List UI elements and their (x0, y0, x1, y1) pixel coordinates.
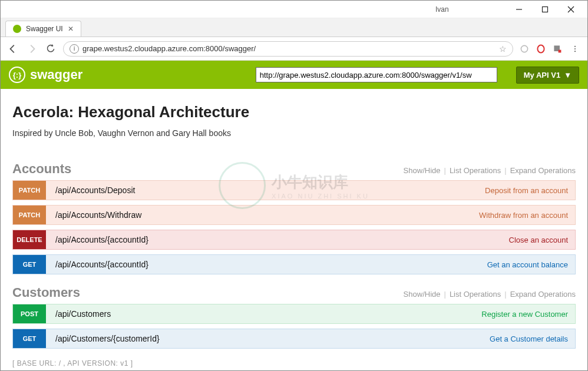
operation-row[interactable]: POST/api/CustomersRegister a new Custome… (12, 304, 576, 324)
operation-summary: Register a new Customer (481, 310, 568, 319)
swagger-logo[interactable]: {:} swagger (9, 67, 82, 83)
show-hide-link[interactable]: Show/Hide (404, 290, 441, 299)
section-actions: Show/Hide|List Operations|Expand Operati… (404, 166, 576, 175)
operation-row[interactable]: GET/api/Accounts/{accountId}Get an accou… (12, 254, 576, 274)
svg-rect-1 (543, 6, 548, 12)
bookmark-star-icon[interactable]: ☆ (499, 44, 507, 54)
extension-puzzle-icon[interactable] (552, 44, 563, 54)
nav-reload-button[interactable] (44, 42, 57, 55)
window-user-label: Ivan (435, 5, 449, 14)
svg-point-10 (574, 51, 576, 52)
api-selector-dropdown[interactable]: My API V1 ▼ (516, 67, 579, 84)
http-method-badge: PATCH (13, 206, 46, 224)
nav-forward-button[interactable] (25, 42, 38, 55)
svg-rect-7 (559, 49, 561, 52)
extension-opera-icon[interactable] (536, 44, 546, 54)
page-title: Acerola: Hexagonal Architecture (12, 103, 576, 121)
operation-summary: Get a Customer details (490, 334, 568, 343)
window-minimize-button[interactable] (506, 1, 532, 18)
operation-row[interactable]: PATCH/api/Accounts/DepositDeposit from a… (12, 180, 576, 200)
operation-row[interactable]: DELETE/api/Accounts/{accountId}Close an … (12, 230, 576, 250)
swagger-spec-url-container (256, 67, 497, 82)
site-info-icon[interactable]: i (70, 44, 79, 54)
show-hide-link[interactable]: Show/Hide (404, 166, 441, 175)
browser-addressbar: i ☆ (1, 37, 587, 61)
section-title[interactable]: Accounts (12, 161, 71, 177)
swagger-spec-url-input[interactable] (256, 67, 497, 82)
favicon-icon (13, 25, 21, 33)
window-maximize-button[interactable] (532, 1, 558, 18)
operation-summary: Get an account balance (487, 260, 568, 269)
operation-row[interactable]: GET/api/Customers/{customerId}Get a Cust… (12, 329, 576, 349)
svg-point-5 (537, 45, 544, 52)
list-operations-link[interactable]: List Operations (450, 290, 501, 299)
url-input[interactable] (82, 44, 499, 53)
http-method-badge: GET (13, 329, 46, 348)
http-method-badge: DELETE (13, 230, 46, 249)
expand-operations-link[interactable]: Expand Operations (510, 290, 576, 299)
operation-list: POST/api/CustomersRegister a new Custome… (12, 304, 576, 349)
window-titlebar: Ivan (1, 1, 587, 18)
swagger-content: Acerola: Hexagonal Architecture Inspired… (1, 89, 587, 371)
page-subtitle: Inspired by Uncle Bob, Vaughn Vernon and… (12, 128, 576, 138)
operation-summary: Withdraw from an account (479, 211, 568, 220)
section-header: AccountsShow/Hide|List Operations|Expand… (12, 161, 576, 177)
chevron-down-icon: ▼ (564, 71, 572, 80)
list-operations-link[interactable]: List Operations (450, 166, 501, 175)
operation-path: /api/Accounts/{accountId} (55, 235, 148, 244)
tab-close-icon[interactable]: ✕ (68, 25, 74, 33)
nav-back-button[interactable] (6, 42, 19, 55)
browser-tabstrip: Swagger UI ✕ (1, 18, 587, 37)
swagger-brand-text: swagger (30, 67, 82, 82)
new-tab-button[interactable] (85, 22, 99, 37)
operation-summary: Deposit from an account (485, 186, 568, 195)
extension-icon[interactable] (519, 44, 530, 54)
operation-path: /api/Accounts/Withdraw (55, 210, 141, 220)
svg-point-8 (574, 45, 576, 47)
operation-path: /api/Customers (55, 309, 111, 319)
swagger-header: {:} swagger My API V1 ▼ (1, 61, 587, 89)
section-actions: Show/Hide|List Operations|Expand Operati… (404, 290, 576, 299)
http-method-badge: PATCH (13, 181, 46, 200)
browser-menu-button[interactable] (569, 42, 582, 55)
url-input-container[interactable]: i ☆ (63, 41, 513, 57)
tab-title: Swagger UI (26, 25, 63, 33)
section-title[interactable]: Customers (12, 285, 80, 300)
svg-point-9 (574, 48, 576, 49)
api-selector-label: My API V1 (524, 71, 560, 80)
operation-path: /api/Customers/{customerId} (55, 334, 160, 343)
base-url-line: [ BASE URL: / , API VERSION: v1 ] (12, 359, 576, 367)
operation-summary: Close an account (509, 236, 568, 244)
browser-tab[interactable]: Swagger UI ✕ (5, 21, 81, 37)
http-method-badge: GET (13, 255, 46, 274)
swagger-logo-icon: {:} (9, 67, 25, 83)
operation-path: /api/Accounts/{accountId} (55, 260, 148, 269)
http-method-badge: POST (13, 304, 46, 323)
operation-row[interactable]: PATCH/api/Accounts/WithdrawWithdraw from… (12, 205, 576, 225)
svg-point-4 (521, 45, 527, 52)
section-header: CustomersShow/Hide|List Operations|Expan… (12, 285, 576, 300)
expand-operations-link[interactable]: Expand Operations (510, 166, 576, 175)
operation-path: /api/Accounts/Deposit (55, 186, 135, 195)
operation-list: PATCH/api/Accounts/DepositDeposit from a… (12, 180, 576, 274)
window-close-button[interactable] (558, 1, 584, 18)
